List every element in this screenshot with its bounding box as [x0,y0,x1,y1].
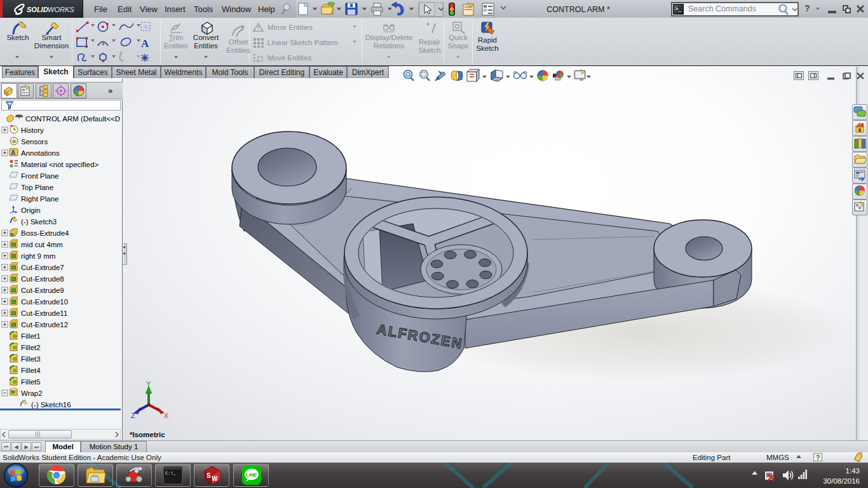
svg-text:Wrap2: Wrap2 [21,390,43,397]
svg-text:Fillet1: Fillet1 [21,332,41,340]
svg-text:A: A [11,149,15,156]
svg-text:right 9 mm: right 9 mm [21,252,55,260]
svg-text:W: W [212,475,218,482]
svg-text:History: History [21,126,44,134]
svg-text:Cut-Extrude7: Cut-Extrude7 [21,264,64,271]
svg-text:Fillet3: Fillet3 [21,355,41,363]
svg-text:Fillet5: Fillet5 [21,378,41,386]
svg-text:Annotations: Annotations [21,149,60,157]
svg-text:Fillet4: Fillet4 [21,367,41,374]
svg-text:A: A [141,37,149,50]
svg-text:(-) Sketch3: (-) Sketch3 [21,218,57,226]
svg-text:Right Plane: Right Plane [21,195,58,203]
svg-text:X: X [164,412,169,419]
svg-text:C:\_: C:\_ [165,471,177,476]
svg-text:Cut-Extrude11: Cut-Extrude11 [21,309,67,317]
svg-text:S: S [207,472,211,479]
svg-text:Z: Z [131,412,135,419]
svg-text:Cut-Extrude8: Cut-Extrude8 [21,275,64,283]
svg-text:SOLID: SOLID [27,6,48,13]
svg-text:(-) Sketch16: (-) Sketch16 [31,401,71,409]
svg-text:Top Plane: Top Plane [21,184,53,191]
svg-text:Cut-Extrude10: Cut-Extrude10 [21,298,68,306]
svg-text:Front Plane: Front Plane [21,172,58,180]
svg-text:Material <not specified>: Material <not specified> [21,161,98,168]
svg-text:Cut-Extrude9: Cut-Extrude9 [21,287,64,294]
svg-text:Fillet2: Fillet2 [21,344,41,351]
svg-text:Boss-Extrude4: Boss-Extrude4 [21,229,69,237]
svg-text:»: » [108,86,112,95]
svg-text:CONTROL ARM (Default<<D: CONTROL ARM (Default<<D [25,115,120,123]
svg-text:LINE: LINE [246,472,257,478]
svg-text:mid cut 4mm: mid cut 4mm [21,241,63,248]
svg-text:Origin: Origin [21,207,41,214]
svg-text:Cut-Extrude12: Cut-Extrude12 [21,321,68,329]
svg-text:Sensors: Sensors [21,138,48,146]
svg-text:WORKS: WORKS [48,6,74,13]
